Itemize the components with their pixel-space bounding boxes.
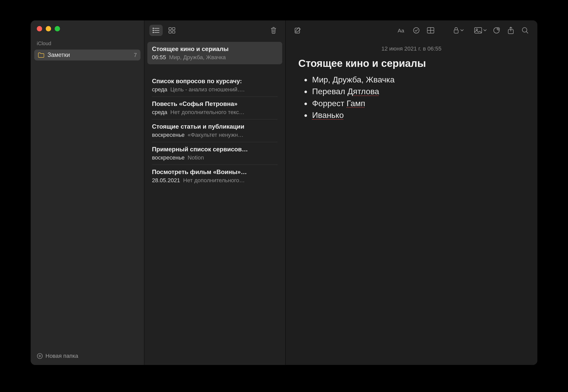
svg-line-12 bbox=[274, 29, 274, 32]
note-body[interactable]: Стоящее кино и сериалы Мир, Дружба, Жвач… bbox=[286, 54, 537, 123]
svg-point-5 bbox=[153, 32, 154, 33]
delete-note-button[interactable] bbox=[267, 25, 280, 36]
note-item-preview: Цель - анализ отношений…. bbox=[170, 86, 245, 93]
note-item-preview: Нет дополнительного… bbox=[183, 177, 245, 184]
close-window-button[interactable] bbox=[37, 26, 42, 31]
note-list-toolbar bbox=[144, 20, 285, 40]
list-view-button[interactable] bbox=[149, 25, 163, 36]
note-item-preview: Мир, Дружба, Жвачка bbox=[169, 54, 226, 61]
svg-rect-8 bbox=[172, 28, 175, 30]
note-item[interactable]: Стоящие статьи и публикации воскресенье … bbox=[147, 119, 282, 142]
note-item[interactable]: Список вопросов по курсачу: среда Цель -… bbox=[147, 74, 282, 96]
notes-scroll[interactable]: Стоящее кино и сериалы 06:55 Мир, Дружба… bbox=[144, 40, 285, 187]
photo-icon bbox=[474, 27, 482, 34]
svg-rect-10 bbox=[172, 31, 175, 33]
note-item-preview: «Факультет ненужн… bbox=[188, 132, 243, 138]
sidebar-folder-count: 7 bbox=[134, 52, 137, 58]
search-button[interactable] bbox=[518, 25, 532, 36]
search-icon bbox=[522, 27, 529, 34]
svg-point-21 bbox=[476, 29, 478, 30]
list-icon bbox=[152, 28, 160, 33]
editor-toolbar: Aa bbox=[286, 20, 537, 40]
note-item-title: Повесть «Софья Петровна» bbox=[152, 100, 278, 107]
note-editor-panel: Aa bbox=[286, 20, 537, 365]
chevron-down-icon bbox=[460, 29, 464, 32]
folder-icon bbox=[38, 52, 44, 58]
sidebar-folder-notes[interactable]: Заметки 7 bbox=[34, 50, 140, 60]
note-item-title: Стоящее кино и сериалы bbox=[152, 45, 278, 53]
svg-rect-9 bbox=[169, 31, 171, 33]
collaborate-icon bbox=[493, 27, 500, 34]
list-item: Форрест Гамп bbox=[311, 97, 525, 109]
plus-circle-icon bbox=[37, 353, 43, 359]
minimize-window-button[interactable] bbox=[46, 26, 51, 31]
format-button[interactable]: Aa bbox=[395, 25, 409, 36]
svg-point-3 bbox=[153, 30, 154, 31]
svg-rect-20 bbox=[475, 28, 482, 33]
note-list-panel: Стоящее кино и сериалы 06:55 Мир, Дружба… bbox=[144, 20, 286, 365]
note-item[interactable]: Повесть «Софья Петровна» среда Нет допол… bbox=[147, 97, 282, 119]
list-item: Мир, Дружба, Жвачка bbox=[311, 74, 525, 85]
list-item: Перевал Дятлова bbox=[311, 85, 525, 97]
svg-rect-7 bbox=[169, 28, 171, 30]
compose-icon bbox=[294, 27, 301, 34]
note-item-title: Примерный список сервисов… bbox=[152, 146, 278, 153]
note-title: Стоящее кино и сериалы bbox=[298, 58, 525, 69]
note-item-preview: Нет дополнительного текс… bbox=[170, 109, 244, 116]
list-item: Иванько bbox=[311, 109, 525, 121]
media-button[interactable] bbox=[472, 25, 489, 36]
notes-window: iCloud Заметки 7 Новая папка bbox=[31, 20, 537, 365]
checkmark-circle-icon bbox=[413, 27, 420, 34]
svg-point-15 bbox=[413, 28, 419, 33]
note-item-title: Посмотреть фильм «Воины»… bbox=[152, 168, 278, 176]
note-item[interactable]: Стоящее кино и сериалы 06:55 Мир, Дружба… bbox=[147, 42, 282, 64]
note-item-date: воскресенье bbox=[152, 132, 185, 138]
table-button[interactable] bbox=[424, 25, 437, 36]
new-folder-label: Новая папка bbox=[45, 353, 78, 359]
note-item-preview: Notion bbox=[188, 154, 204, 161]
svg-rect-19 bbox=[454, 30, 458, 33]
new-folder-button[interactable]: Новая папка bbox=[31, 347, 144, 365]
lock-button[interactable] bbox=[451, 25, 466, 36]
note-item-title: Список вопросов по курсачу: bbox=[152, 78, 278, 85]
note-item[interactable]: Примерный список сервисов… воскресенье N… bbox=[147, 142, 282, 165]
share-icon bbox=[507, 27, 514, 34]
window-controls bbox=[31, 20, 144, 39]
sidebar-folder-label: Заметки bbox=[48, 52, 70, 58]
svg-line-26 bbox=[526, 32, 528, 33]
checklist-button[interactable] bbox=[410, 25, 423, 36]
note-item-date: 28.05.2021 bbox=[152, 177, 180, 184]
svg-point-1 bbox=[153, 28, 154, 29]
sidebar-section-label: iCloud bbox=[31, 39, 144, 48]
note-item-date: среда bbox=[152, 109, 167, 116]
svg-line-11 bbox=[273, 29, 273, 32]
note-item-date: среда bbox=[152, 86, 167, 93]
note-item-date: воскресенье bbox=[152, 154, 185, 161]
text-format-icon: Aa bbox=[398, 27, 406, 34]
collaborate-button[interactable] bbox=[490, 25, 503, 36]
trash-icon bbox=[270, 27, 277, 34]
compose-button[interactable] bbox=[291, 25, 304, 36]
grid-view-button[interactable] bbox=[165, 25, 179, 36]
table-icon bbox=[427, 27, 434, 34]
fullscreen-window-button[interactable] bbox=[55, 26, 60, 31]
svg-text:Aa: Aa bbox=[398, 28, 404, 33]
chevron-down-icon bbox=[483, 29, 487, 32]
grid-icon bbox=[169, 27, 175, 33]
note-item[interactable]: Посмотреть фильм «Воины»… 28.05.2021 Нет… bbox=[147, 165, 282, 187]
sidebar: iCloud Заметки 7 Новая папка bbox=[31, 20, 144, 365]
note-bullet-list: Мир, Дружба, Жвачка Перевал Дятлова Форр… bbox=[298, 74, 525, 121]
note-item-date: 06:55 bbox=[152, 54, 166, 61]
share-button[interactable] bbox=[504, 25, 517, 36]
note-item-title: Стоящие статьи и публикации bbox=[152, 123, 278, 130]
note-timestamp: 12 июня 2021 г. в 06:55 bbox=[286, 40, 537, 54]
lock-icon bbox=[453, 27, 459, 34]
